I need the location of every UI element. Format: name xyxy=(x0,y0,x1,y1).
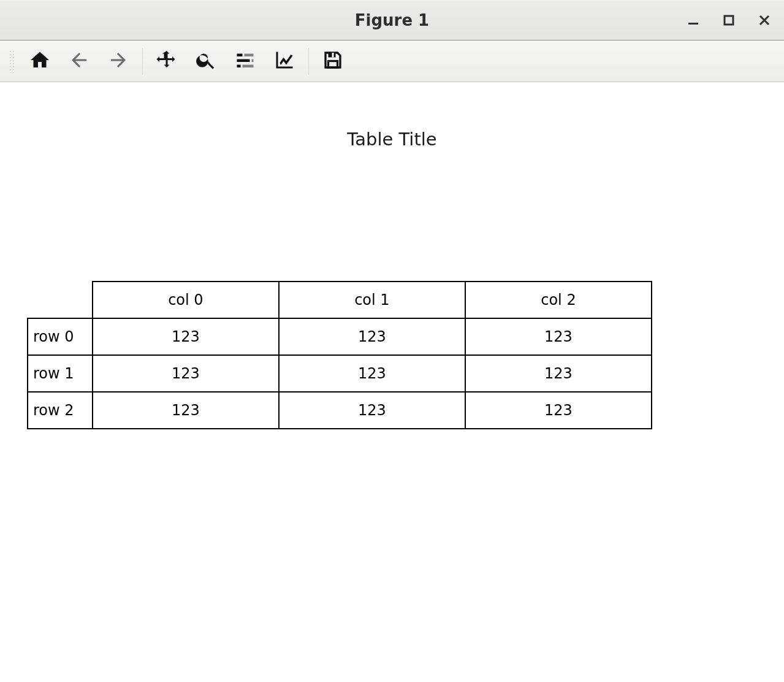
save-button[interactable] xyxy=(315,44,351,79)
svg-rect-7 xyxy=(243,64,254,67)
maximize-button[interactable] xyxy=(720,12,737,29)
table-corner-cell xyxy=(28,282,93,318)
svg-rect-3 xyxy=(245,53,254,56)
table-cell: 123 xyxy=(279,318,465,355)
row-label: row 0 xyxy=(28,318,93,355)
table-cell: 123 xyxy=(93,318,279,355)
arrow-left-icon xyxy=(68,49,90,74)
row-label: row 2 xyxy=(28,392,93,429)
svg-rect-6 xyxy=(237,64,241,67)
table-row: row 0 123 123 123 xyxy=(28,318,652,355)
window-title: Figure 1 xyxy=(355,11,429,29)
table-row: row 2 123 123 123 xyxy=(28,392,652,429)
svg-rect-5 xyxy=(252,59,254,62)
pan-button[interactable] xyxy=(149,44,185,79)
table-header-row: col 0 col 1 col 2 xyxy=(28,282,652,318)
svg-rect-10 xyxy=(329,61,338,67)
move-icon xyxy=(156,49,178,74)
column-header: col 1 xyxy=(279,282,465,318)
window-titlebar: Figure 1 xyxy=(0,0,784,40)
table-cell: 123 xyxy=(279,355,465,392)
table-row: row 1 123 123 123 xyxy=(28,355,652,392)
table-cell: 123 xyxy=(279,392,465,429)
table-cell: 123 xyxy=(465,318,652,355)
window-controls xyxy=(685,1,773,40)
chart-line-icon xyxy=(273,49,295,74)
edit-axes-button[interactable] xyxy=(267,44,302,79)
subplots-button[interactable] xyxy=(227,44,263,79)
zoom-button[interactable] xyxy=(188,44,224,79)
back-button[interactable] xyxy=(61,44,97,79)
save-icon xyxy=(322,49,344,74)
minimize-button[interactable] xyxy=(685,12,702,29)
home-button[interactable] xyxy=(22,44,58,79)
zoom-icon xyxy=(195,49,217,74)
svg-rect-9 xyxy=(332,53,334,58)
data-table: col 0 col 1 col 2 row 0 123 123 123 row … xyxy=(27,281,652,429)
forward-button[interactable] xyxy=(101,44,136,79)
column-header: col 2 xyxy=(465,282,652,318)
table-cell: 123 xyxy=(93,355,279,392)
svg-rect-1 xyxy=(725,16,733,25)
table-cell: 123 xyxy=(93,392,279,429)
table-cell: 123 xyxy=(465,392,652,429)
sliders-icon xyxy=(234,49,256,74)
svg-rect-4 xyxy=(237,59,250,62)
svg-rect-2 xyxy=(237,53,243,56)
plot-area: Table Title col 0 col 1 col 2 row 0 123 … xyxy=(0,82,784,682)
column-header: col 0 xyxy=(93,282,279,318)
close-button[interactable] xyxy=(756,12,773,29)
toolbar-grip xyxy=(9,50,15,73)
table-title: Table Title xyxy=(347,129,436,150)
toolbar-separator xyxy=(142,48,143,75)
matplotlib-toolbar xyxy=(0,40,784,82)
svg-rect-0 xyxy=(688,23,698,25)
arrow-right-icon xyxy=(107,49,129,74)
home-icon xyxy=(29,49,51,74)
row-label: row 1 xyxy=(28,355,93,392)
toolbar-separator xyxy=(308,48,309,75)
table-cell: 123 xyxy=(465,355,652,392)
